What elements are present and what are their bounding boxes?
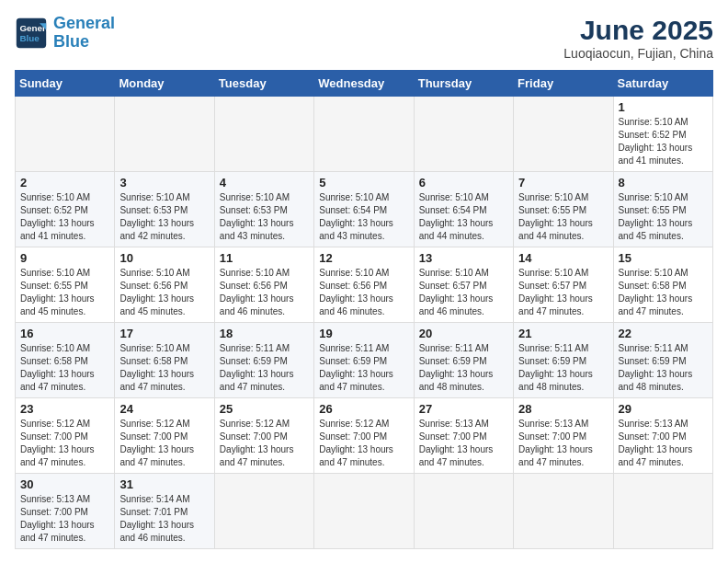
calendar-header-row: SundayMondayTuesdayWednesdayThursdayFrid…	[16, 71, 713, 97]
day-number: 29	[619, 402, 708, 416]
title-area: June 2025 Luoqiaocun, Fujian, China	[563, 15, 713, 61]
calendar-table: SundayMondayTuesdayWednesdayThursdayFrid…	[15, 70, 713, 549]
calendar-cell	[414, 474, 513, 549]
cell-content: Sunrise: 5:11 AMSunset: 6:59 PMDaylight:…	[619, 342, 708, 394]
calendar-cell: 8Sunrise: 5:10 AMSunset: 6:55 PMDaylight…	[613, 172, 712, 247]
calendar-cell: 16Sunrise: 5:10 AMSunset: 6:58 PMDayligh…	[16, 323, 115, 398]
calendar-cell	[514, 474, 613, 549]
day-number: 31	[119, 477, 209, 491]
calendar-cell: 11Sunrise: 5:10 AMSunset: 6:56 PMDayligh…	[214, 247, 313, 323]
cell-content: Sunrise: 5:10 AMSunset: 6:55 PMDaylight:…	[619, 191, 708, 243]
cell-content: Sunrise: 5:11 AMSunset: 6:59 PMDaylight:…	[319, 342, 408, 394]
day-number: 20	[419, 327, 508, 340]
calendar-cell: 28Sunrise: 5:13 AMSunset: 7:00 PMDayligh…	[514, 398, 613, 474]
month-title: June 2025	[563, 15, 713, 46]
day-number: 22	[619, 327, 708, 340]
calendar-cell	[414, 97, 513, 172]
cell-content: Sunrise: 5:11 AMSunset: 6:59 PMDaylight:…	[419, 342, 508, 394]
day-number: 25	[220, 402, 309, 416]
day-number: 19	[319, 327, 408, 340]
calendar-cell: 27Sunrise: 5:13 AMSunset: 7:00 PMDayligh…	[414, 398, 513, 474]
calendar-week-row: 16Sunrise: 5:10 AMSunset: 6:58 PMDayligh…	[16, 323, 713, 398]
day-number: 15	[619, 251, 708, 265]
cell-content: Sunrise: 5:10 AMSunset: 6:52 PMDaylight:…	[20, 191, 109, 243]
calendar-cell	[314, 97, 414, 172]
calendar-week-row: 9Sunrise: 5:10 AMSunset: 6:55 PMDaylight…	[16, 247, 713, 323]
calendar-cell: 18Sunrise: 5:11 AMSunset: 6:59 PMDayligh…	[214, 323, 313, 398]
calendar-cell	[613, 474, 712, 549]
day-number: 28	[518, 402, 608, 416]
cell-content: Sunrise: 5:10 AMSunset: 6:56 PMDaylight:…	[119, 267, 209, 318]
calendar-week-row: 30Sunrise: 5:13 AMSunset: 7:00 PMDayligh…	[16, 474, 713, 549]
calendar-cell: 19Sunrise: 5:11 AMSunset: 6:59 PMDayligh…	[314, 323, 414, 398]
day-number: 11	[220, 251, 309, 265]
day-number: 24	[119, 402, 209, 416]
calendar-cell: 4Sunrise: 5:10 AMSunset: 6:53 PMDaylight…	[214, 172, 313, 247]
cell-content: Sunrise: 5:11 AMSunset: 6:59 PMDaylight:…	[518, 342, 608, 394]
calendar-cell	[214, 474, 313, 549]
cell-content: Sunrise: 5:10 AMSunset: 6:57 PMDaylight:…	[419, 267, 508, 318]
calendar-cell: 26Sunrise: 5:12 AMSunset: 7:00 PMDayligh…	[314, 398, 414, 474]
day-number: 2	[20, 176, 109, 190]
logo-text: General Blue	[53, 15, 115, 52]
day-number: 30	[20, 477, 109, 491]
logo: General Blue General Blue	[15, 15, 115, 52]
cell-content: Sunrise: 5:10 AMSunset: 6:56 PMDaylight:…	[220, 267, 309, 318]
cell-content: Sunrise: 5:10 AMSunset: 6:57 PMDaylight:…	[518, 267, 608, 318]
calendar-cell: 6Sunrise: 5:10 AMSunset: 6:54 PMDaylight…	[414, 172, 513, 247]
calendar-cell: 13Sunrise: 5:10 AMSunset: 6:57 PMDayligh…	[414, 247, 513, 323]
calendar-cell: 9Sunrise: 5:10 AMSunset: 6:55 PMDaylight…	[16, 247, 115, 323]
day-number: 6	[419, 176, 508, 190]
calendar-cell: 23Sunrise: 5:12 AMSunset: 7:00 PMDayligh…	[16, 398, 115, 474]
day-number: 1	[619, 100, 708, 114]
day-number: 7	[518, 176, 608, 190]
cell-content: Sunrise: 5:10 AMSunset: 6:53 PMDaylight:…	[119, 191, 209, 243]
logo-icon: General Blue	[15, 17, 48, 50]
calendar-week-row: 1Sunrise: 5:10 AMSunset: 6:52 PMDaylight…	[16, 97, 713, 172]
calendar-cell: 7Sunrise: 5:10 AMSunset: 6:55 PMDaylight…	[514, 172, 613, 247]
day-number: 18	[220, 327, 309, 340]
day-header-wednesday: Wednesday	[314, 71, 414, 97]
cell-content: Sunrise: 5:14 AMSunset: 7:01 PMDaylight:…	[119, 493, 209, 545]
calendar-cell	[16, 97, 115, 172]
day-number: 8	[619, 176, 708, 190]
logo-general: General	[53, 14, 115, 32]
day-header-friday: Friday	[514, 71, 613, 97]
calendar-cell: 2Sunrise: 5:10 AMSunset: 6:52 PMDaylight…	[16, 172, 115, 247]
cell-content: Sunrise: 5:12 AMSunset: 7:00 PMDaylight:…	[319, 418, 408, 469]
cell-content: Sunrise: 5:10 AMSunset: 6:58 PMDaylight:…	[619, 267, 708, 318]
cell-content: Sunrise: 5:12 AMSunset: 7:00 PMDaylight:…	[220, 418, 309, 469]
day-header-monday: Monday	[115, 71, 214, 97]
calendar-cell: 22Sunrise: 5:11 AMSunset: 6:59 PMDayligh…	[613, 323, 712, 398]
cell-content: Sunrise: 5:12 AMSunset: 7:00 PMDaylight:…	[119, 418, 209, 469]
cell-content: Sunrise: 5:11 AMSunset: 6:59 PMDaylight:…	[220, 342, 309, 394]
day-header-tuesday: Tuesday	[214, 71, 313, 97]
day-number: 5	[319, 176, 408, 190]
calendar-cell: 15Sunrise: 5:10 AMSunset: 6:58 PMDayligh…	[613, 247, 712, 323]
calendar-cell: 30Sunrise: 5:13 AMSunset: 7:00 PMDayligh…	[16, 474, 115, 549]
calendar-cell: 25Sunrise: 5:12 AMSunset: 7:00 PMDayligh…	[214, 398, 313, 474]
cell-content: Sunrise: 5:13 AMSunset: 7:00 PMDaylight:…	[619, 418, 708, 469]
cell-content: Sunrise: 5:10 AMSunset: 6:58 PMDaylight:…	[119, 342, 209, 394]
calendar-week-row: 23Sunrise: 5:12 AMSunset: 7:00 PMDayligh…	[16, 398, 713, 474]
day-number: 21	[518, 327, 608, 340]
calendar-cell	[115, 97, 214, 172]
calendar-cell: 12Sunrise: 5:10 AMSunset: 6:56 PMDayligh…	[314, 247, 414, 323]
cell-content: Sunrise: 5:13 AMSunset: 7:00 PMDaylight:…	[419, 418, 508, 469]
day-number: 23	[20, 402, 109, 416]
calendar-week-row: 2Sunrise: 5:10 AMSunset: 6:52 PMDaylight…	[16, 172, 713, 247]
day-number: 17	[119, 327, 209, 340]
cell-content: Sunrise: 5:10 AMSunset: 6:54 PMDaylight:…	[319, 191, 408, 243]
calendar-cell: 31Sunrise: 5:14 AMSunset: 7:01 PMDayligh…	[115, 474, 214, 549]
day-number: 27	[419, 402, 508, 416]
day-header-saturday: Saturday	[613, 71, 712, 97]
calendar-cell: 3Sunrise: 5:10 AMSunset: 6:53 PMDaylight…	[115, 172, 214, 247]
calendar-cell: 14Sunrise: 5:10 AMSunset: 6:57 PMDayligh…	[514, 247, 613, 323]
calendar-cell: 5Sunrise: 5:10 AMSunset: 6:54 PMDaylight…	[314, 172, 414, 247]
day-number: 10	[119, 251, 209, 265]
day-number: 9	[20, 251, 109, 265]
day-number: 16	[20, 327, 109, 340]
calendar-cell: 24Sunrise: 5:12 AMSunset: 7:00 PMDayligh…	[115, 398, 214, 474]
cell-content: Sunrise: 5:12 AMSunset: 7:00 PMDaylight:…	[20, 418, 109, 469]
day-header-sunday: Sunday	[16, 71, 115, 97]
